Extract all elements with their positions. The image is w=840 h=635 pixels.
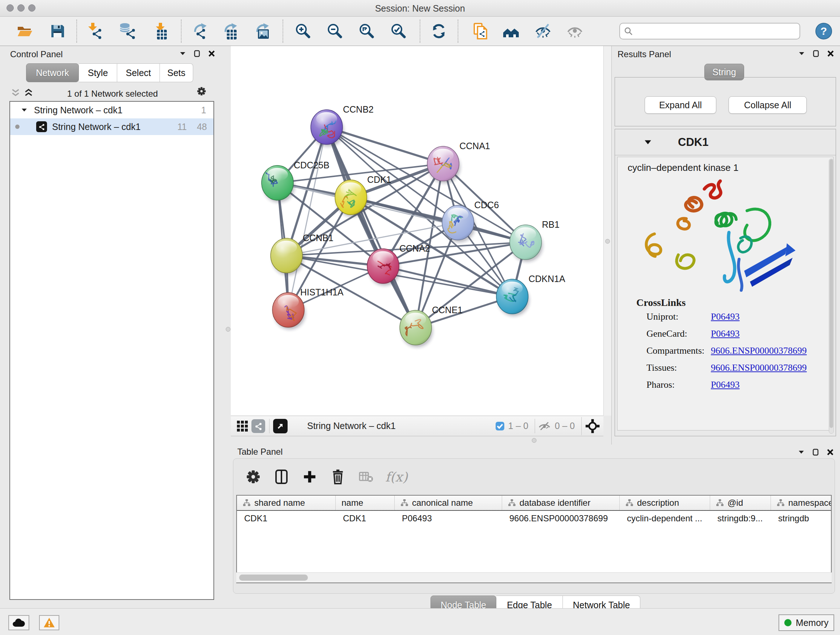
node-gloss-highlight <box>276 241 297 254</box>
zoom-out-button[interactable] <box>324 19 345 43</box>
right-splitter-grip[interactable] <box>605 239 610 244</box>
table-settings-gear-icon[interactable] <box>244 468 262 486</box>
network-node-ccna1[interactable]: CCNA1 <box>427 141 490 183</box>
first-neighbors-button[interactable] <box>501 19 522 43</box>
tab-network[interactable]: Network <box>26 63 79 82</box>
main-toolbar: ? <box>0 17 840 46</box>
expand-all-button[interactable]: Expand All <box>645 96 716 114</box>
open-in-new-window-icon[interactable] <box>272 419 288 433</box>
left-splitter[interactable] <box>225 46 231 608</box>
results-panel-close-icon[interactable] <box>826 49 835 58</box>
import-table-from-file-button[interactable] <box>150 19 171 43</box>
results-panel-menu-icon[interactable] <box>797 49 806 58</box>
protein-description: cyclin–dependent kinase 1 <box>628 162 738 173</box>
export-network-button[interactable] <box>189 19 210 43</box>
results-scrollbar[interactable] <box>829 158 834 434</box>
create-column-plus-icon[interactable] <box>301 468 319 486</box>
control-panel-menu-icon[interactable] <box>178 49 187 58</box>
open-file-button[interactable] <box>14 19 35 43</box>
table-cell[interactable]: CDK1 <box>336 511 395 526</box>
horizontal-splitter-grip[interactable] <box>532 438 537 443</box>
export-table-button[interactable] <box>220 19 241 43</box>
network-row[interactable]: String Network – cdk1 11 48 <box>10 119 213 135</box>
zoom-fit-button[interactable] <box>356 19 377 43</box>
cloud-icon <box>12 618 26 628</box>
show-all-icon <box>566 22 584 40</box>
column-header-name[interactable]: name <box>336 496 395 510</box>
table-cell[interactable]: CDK1 <box>237 511 336 526</box>
network-options-gear-icon[interactable] <box>197 87 206 96</box>
cloud-button[interactable] <box>8 615 29 630</box>
table-cell[interactable]: 9606.ENSP00000378699 <box>502 511 620 526</box>
import-network-from-database-button[interactable] <box>117 19 138 43</box>
show-columns-icon[interactable] <box>272 468 291 486</box>
right-splitter[interactable] <box>603 46 611 416</box>
results-panel-float-icon[interactable] <box>812 49 821 58</box>
network-collection-row[interactable]: String Network – cdk1 1 <box>10 102 213 119</box>
export-image-icon <box>254 22 271 40</box>
search-input[interactable] <box>633 26 799 36</box>
table-panel-menu-icon[interactable] <box>797 448 806 457</box>
crosslink-link[interactable]: 9606.ENSP00000378699 <box>711 345 807 363</box>
protein-disclosure-icon[interactable] <box>644 138 652 146</box>
import-network-from-file-button[interactable] <box>84 19 105 43</box>
table-horizontal-scrollbar[interactable] <box>236 572 832 583</box>
birds-eye-grid-icon[interactable] <box>234 419 250 433</box>
memory-button[interactable]: Memory <box>778 614 834 631</box>
column-header-canonical-name[interactable]: canonical name <box>395 496 502 510</box>
network-node-cdk1[interactable]: CDK1 <box>335 174 392 217</box>
column-header-database-identifier[interactable]: database identifier <box>502 496 620 510</box>
table-scrollbar-thumb[interactable] <box>239 575 308 581</box>
protein-section-header[interactable]: CDK1 <box>615 129 836 155</box>
zoom-out-icon <box>326 22 343 40</box>
collection-disclosure-icon[interactable] <box>21 107 27 113</box>
crosslink-link[interactable]: P06493 <box>711 328 739 345</box>
table-cell[interactable]: stringdb:9... <box>710 511 771 526</box>
copy-network-button[interactable] <box>470 19 491 43</box>
column-header-label: @id <box>728 498 743 508</box>
control-panel-float-icon[interactable] <box>193 49 202 58</box>
left-splitter-grip[interactable] <box>226 327 231 332</box>
warnings-button[interactable] <box>39 615 59 630</box>
pan-crosshair-icon[interactable] <box>584 419 600 433</box>
refresh-view-button[interactable] <box>428 19 449 43</box>
show-all-button[interactable] <box>564 19 585 43</box>
hide-selected-button[interactable] <box>532 19 554 43</box>
table-cell[interactable]: stringdb <box>771 511 832 526</box>
network-edge[interactable] <box>327 127 416 328</box>
column-header-namespace[interactable]: namespace <box>771 496 832 510</box>
zoom-in-button[interactable] <box>292 19 313 43</box>
table-panel-close-icon[interactable] <box>826 448 835 457</box>
delete-column-trash-icon[interactable] <box>329 468 347 486</box>
crosslink-link[interactable]: P06493 <box>711 311 739 328</box>
network-node-cdkn1a[interactable]: CDKN1A <box>496 274 565 316</box>
network-edge[interactable] <box>327 127 443 164</box>
zoom-selected-button[interactable] <box>388 19 409 43</box>
node-label: CDKN1A <box>529 274 565 284</box>
column-header-description[interactable]: description <box>620 496 710 510</box>
network-edge[interactable] <box>288 127 327 310</box>
crosslink-row: Uniprot:P06493 <box>646 311 827 328</box>
column-header-shared-name[interactable]: shared name <box>237 496 336 510</box>
tab-style[interactable]: Style <box>79 63 117 82</box>
control-panel-close-icon[interactable] <box>207 49 216 58</box>
crosslink-link[interactable]: P06493 <box>711 379 739 396</box>
table-cell[interactable]: cyclin-dependent ... <box>620 511 710 526</box>
crosslink-link[interactable]: 9606.ENSP00000378699 <box>711 363 807 379</box>
node-label: CDC6 <box>474 200 499 210</box>
network-share-icon[interactable] <box>250 419 266 433</box>
network-node-rb1[interactable]: RB1 <box>510 219 560 262</box>
tab-sets[interactable]: Sets <box>160 63 193 82</box>
results-scrollbar-thumb[interactable] <box>829 159 833 428</box>
tab-select[interactable]: Select <box>117 63 160 82</box>
help-button[interactable]: ? <box>815 23 832 40</box>
save-session-button[interactable] <box>47 19 68 43</box>
column-header--id[interactable]: @id <box>710 496 771 510</box>
table-cell[interactable]: P06493 <box>395 511 502 526</box>
table-row[interactable]: CDK1CDK1P064939606.ENSP00000378699cyclin… <box>237 511 831 526</box>
export-image-button[interactable] <box>252 19 273 43</box>
selected-checkbox-icon[interactable] <box>495 421 505 431</box>
collapse-all-button[interactable]: Collapse All <box>729 96 807 114</box>
table-panel-float-icon[interactable] <box>811 448 821 457</box>
network-node-hist1h1a[interactable]: HIST1H1A <box>272 287 344 329</box>
